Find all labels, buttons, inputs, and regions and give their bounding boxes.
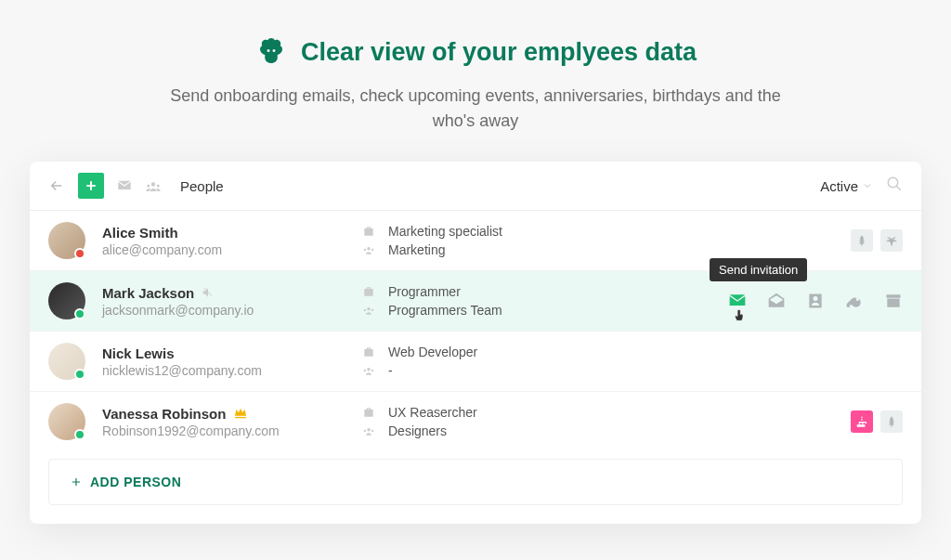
mail-open-icon[interactable]	[767, 292, 786, 310]
group-icon[interactable]	[145, 177, 162, 194]
person-team: Programmers Team	[388, 303, 502, 318]
birthday-badge-icon[interactable]	[851, 410, 873, 433]
status-dot-icon	[74, 308, 85, 319]
person-name: Nick Lewis	[102, 345, 175, 361]
list-item[interactable]: Vanessa Robinson Robinson1992@company.co…	[30, 391, 921, 451]
person-name: Alice Smith	[102, 225, 178, 241]
crown-icon	[233, 406, 248, 421]
people-panel: People Active Alice Smith	[30, 162, 921, 524]
mail-icon[interactable]	[117, 178, 132, 193]
avatar	[48, 343, 85, 380]
person-team: Designers	[388, 423, 447, 438]
plus-icon	[70, 475, 83, 488]
filter-dropdown[interactable]: Active	[820, 178, 873, 194]
back-arrow-icon[interactable]	[48, 177, 65, 194]
tree-badge-icon[interactable]	[880, 410, 903, 433]
person-email: Robinson1992@company.com	[102, 423, 362, 438]
team-icon	[362, 424, 377, 437]
team-icon	[362, 304, 377, 317]
add-person-button[interactable]: ADD PERSON	[48, 459, 903, 505]
list-item[interactable]: Mark Jackson jacksonmark@company.io Prog…	[30, 270, 921, 331]
status-dot-icon	[74, 248, 85, 259]
person-role: Web Developer	[388, 345, 477, 359]
hero-title: Clear view of your emplyees data	[301, 38, 697, 67]
people-list: Alice Smith alice@company.com Marketing …	[30, 211, 921, 451]
person-email: nicklewis12@company.com	[102, 363, 362, 378]
add-button[interactable]	[78, 173, 104, 199]
key-icon[interactable]	[845, 292, 864, 310]
person-email: alice@company.com	[102, 242, 362, 257]
brand-logo-icon	[254, 35, 288, 69]
briefcase-icon	[362, 285, 377, 298]
person-role: Marketing specialist	[388, 224, 502, 239]
svg-point-0	[888, 177, 898, 188]
cursor-icon	[732, 308, 747, 327]
muted-icon	[202, 286, 215, 299]
person-team: -	[388, 363, 393, 378]
avatar	[48, 282, 85, 319]
status-dot-icon	[74, 369, 85, 380]
person-name: Mark Jackson	[102, 285, 194, 301]
hero-subtitle: Send onboarding emails, check upcoming e…	[160, 84, 791, 134]
filter-label: Active	[820, 178, 858, 194]
briefcase-icon	[362, 225, 377, 238]
archive-icon[interactable]	[884, 292, 903, 310]
person-email: jacksonmark@company.io	[102, 303, 362, 318]
person-team: Marketing	[388, 242, 445, 257]
hero-section: Clear view of your emplyees data Send on…	[0, 0, 951, 162]
tree-badge-icon[interactable]	[851, 229, 873, 252]
person-role: UX Reasercher	[388, 405, 477, 420]
tooltip: Send invitation	[710, 258, 807, 281]
person-name: Vanessa Robinson	[102, 406, 226, 422]
briefcase-icon	[362, 345, 377, 358]
toolbar-title: People	[180, 178, 224, 194]
person-role: Programmer	[388, 284, 461, 299]
team-icon	[362, 364, 377, 377]
avatar	[48, 403, 85, 440]
list-item[interactable]: Nick Lewis nicklewis12@company.com Web D…	[30, 331, 921, 391]
status-dot-icon	[74, 429, 85, 440]
add-person-label: ADD PERSON	[90, 475, 181, 489]
add-contact-icon[interactable]	[806, 292, 825, 310]
palm-badge-icon[interactable]	[880, 229, 903, 252]
avatar	[48, 222, 85, 259]
search-icon[interactable]	[886, 176, 903, 196]
chevron-down-icon	[862, 178, 873, 194]
briefcase-icon	[362, 406, 377, 419]
toolbar: People Active	[30, 162, 921, 211]
send-invitation-icon[interactable]	[728, 292, 747, 310]
team-icon	[362, 243, 377, 256]
